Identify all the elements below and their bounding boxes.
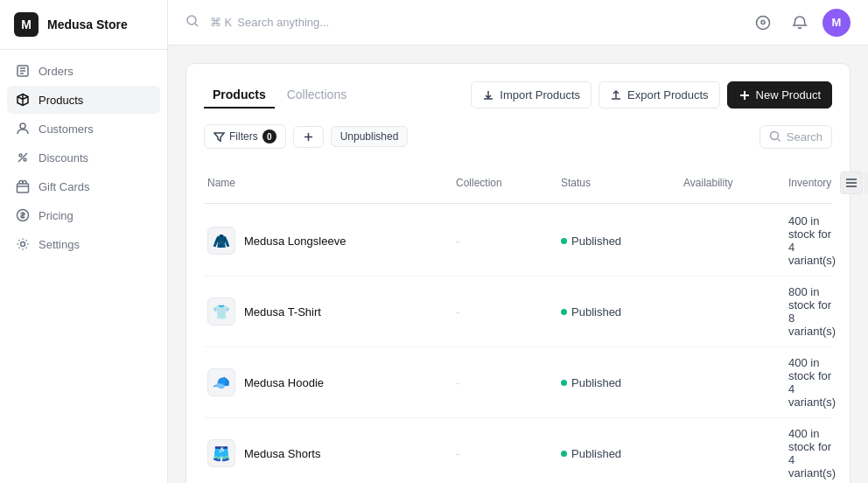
import-products-button[interactable]: Import Products — [471, 81, 592, 108]
table-row[interactable]: 🧢 Medusa Hoodie - Published 400 in stock… — [204, 347, 832, 418]
svg-rect-4 — [18, 184, 29, 192]
tab-collections[interactable]: Collections — [278, 82, 355, 108]
tab-products[interactable]: Products — [204, 82, 275, 108]
notifications-button[interactable] — [786, 9, 814, 37]
product-actions — [843, 230, 868, 251]
status-label: Published — [571, 376, 621, 389]
sidebar-item-customers[interactable]: Customers — [7, 115, 160, 143]
discounts-icon — [16, 150, 30, 164]
sidebar-item-gift-cards[interactable]: Gift Cards — [7, 172, 160, 200]
table-body: 🧥 Medusa Longsleeve - Published 400 in s… — [204, 206, 832, 483]
product-name: Medusa Shorts — [244, 447, 320, 460]
product-thumbnail: 🧥 — [207, 227, 235, 255]
svg-point-6 — [21, 242, 25, 247]
topbar-right: M — [749, 9, 850, 37]
svg-point-7 — [187, 16, 196, 24]
search-icon — [186, 14, 200, 31]
view-toggle — [840, 172, 868, 194]
status-label: Published — [571, 234, 621, 248]
help-button[interactable] — [749, 9, 777, 37]
product-name: Medusa T-Shirt — [244, 305, 321, 318]
store-name: Medusa Store — [47, 18, 128, 32]
search-small-icon — [769, 130, 781, 143]
table-row[interactable]: 👕 Medusa T-Shirt - Published 800 in stoc… — [204, 276, 832, 347]
product-inventory: 400 in stock for 4 variant(s) — [781, 427, 843, 480]
filter-icon — [214, 131, 225, 143]
pricing-icon — [16, 208, 30, 222]
sidebar-item-orders[interactable]: Orders — [7, 57, 160, 85]
product-actions — [843, 443, 868, 464]
page-header: Products Collections Import Products Exp… — [204, 81, 832, 108]
sidebar-item-discounts[interactable]: Discounts — [7, 144, 160, 172]
search-button[interactable]: Search — [760, 125, 832, 149]
content-area: Products Collections Import Products Exp… — [168, 46, 868, 483]
sidebar-item-label: Gift Cards — [38, 180, 90, 193]
product-actions — [843, 301, 868, 322]
table-row[interactable]: 🧥 Medusa Longsleeve - Published 400 in s… — [204, 206, 832, 276]
col-status: Status — [554, 173, 676, 192]
product-actions — [843, 372, 868, 393]
page-actions: Import Products Export Products New Prod… — [471, 81, 832, 108]
svg-point-8 — [757, 16, 770, 29]
product-inventory: 400 in stock for 4 variant(s) — [781, 214, 843, 267]
plus-icon — [738, 89, 751, 102]
col-actions — [838, 168, 868, 198]
product-inventory: 400 in stock for 4 variant(s) — [781, 356, 843, 409]
kbd-shortcut: ⌘ K — [210, 16, 232, 29]
sidebar-item-label: Pricing — [38, 209, 74, 222]
product-cell: 👕 Medusa T-Shirt — [204, 298, 449, 326]
svg-point-2 — [19, 154, 22, 157]
status-dot-icon — [561, 451, 567, 457]
export-products-button[interactable]: Export Products — [598, 81, 720, 108]
product-thumbnail: 🩳 — [207, 439, 235, 467]
sidebar-item-pricing[interactable]: Pricing — [7, 201, 160, 229]
list-view-button[interactable] — [840, 172, 863, 194]
product-status: Published — [554, 447, 676, 460]
search-bar[interactable]: ⌘ K Search anything... — [210, 16, 738, 29]
sidebar-item-products[interactable]: Products — [7, 86, 160, 114]
svg-point-1 — [20, 123, 25, 129]
status-dot-icon — [561, 238, 567, 244]
unpublished-filter-tag[interactable]: Unpublished — [331, 126, 409, 147]
grid-view-button[interactable] — [864, 172, 868, 194]
logo-icon: M — [14, 12, 38, 37]
sidebar-item-settings[interactable]: Settings — [7, 230, 160, 258]
product-collection: - — [449, 447, 554, 460]
product-name: Medusa Hoodie — [244, 376, 324, 389]
orders-icon — [16, 64, 30, 78]
product-status: Published — [554, 234, 676, 248]
status-label: Published — [571, 447, 621, 460]
topbar: ⌘ K Search anything... M — [168, 0, 868, 46]
product-collection: - — [449, 376, 554, 389]
bell-icon — [792, 15, 808, 31]
filters-button[interactable]: Filters 0 — [204, 124, 286, 149]
filters-row: Filters 0 Unpublished Search — [204, 124, 832, 149]
add-filter-button[interactable] — [293, 126, 324, 148]
col-name: Name — [204, 173, 449, 192]
product-cell: 🩳 Medusa Shorts — [204, 439, 449, 467]
list-view-icon — [845, 177, 858, 189]
sidebar-item-label: Discounts — [38, 151, 88, 164]
product-status: Published — [554, 305, 676, 318]
main: ⌘ K Search anything... M Products Collec… — [168, 0, 868, 483]
gift-cards-icon — [16, 179, 30, 193]
products-icon — [16, 93, 30, 107]
search-label: Search — [787, 130, 822, 144]
sidebar-item-label: Settings — [38, 238, 80, 251]
import-icon — [482, 89, 494, 102]
svg-point-9 — [770, 132, 778, 140]
status-label: Published — [571, 305, 621, 318]
table-row[interactable]: 🩳 Medusa Shorts - Published 400 in stock… — [204, 418, 832, 483]
col-inventory: Inventory — [781, 173, 838, 192]
user-avatar[interactable]: M — [822, 9, 850, 37]
product-name: Medusa Longsleeve — [244, 234, 346, 248]
product-status: Published — [554, 376, 676, 389]
sidebar-item-label: Orders — [38, 65, 74, 78]
sidebar-item-label: Customers — [38, 122, 94, 136]
sidebar-item-label: Products — [38, 94, 83, 107]
product-collection: - — [449, 305, 554, 318]
sidebar-logo[interactable]: M Medusa Store — [0, 0, 167, 50]
new-product-button[interactable]: New Product — [727, 81, 832, 108]
sidebar-nav: Orders Products Customers Discounts Gift… — [0, 50, 167, 265]
filters-label: Filters — [229, 130, 258, 143]
